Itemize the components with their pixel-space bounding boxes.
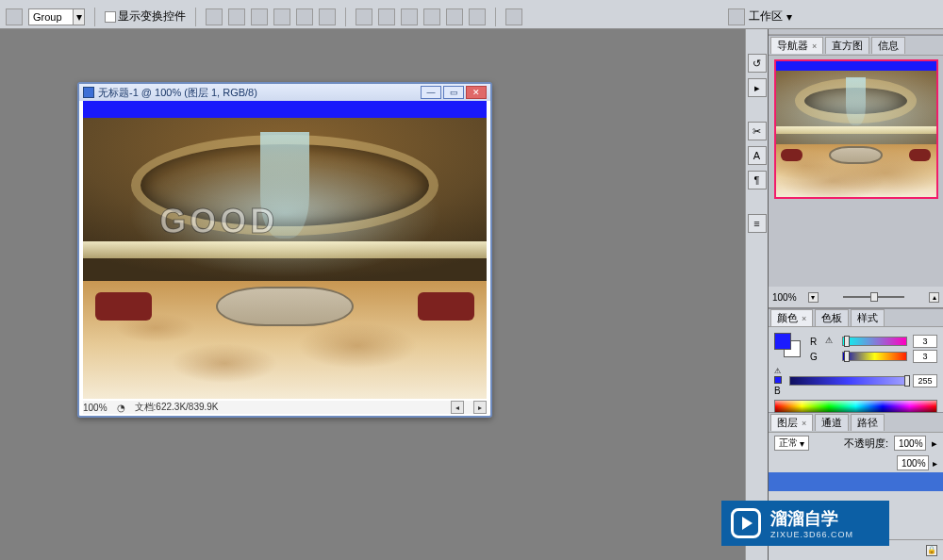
navigator-thumbnail[interactable] [774,59,938,199]
navigator-panel: 导航器 × 直方图 信息 [769,35,943,308]
tab-label: 导航器 [777,39,808,53]
g-slider[interactable] [842,352,907,361]
fill-input[interactable]: 100% [897,455,929,470]
document-titlebar[interactable]: 无标题-1 @ 100% (图层 1, RGB/8) — ▭ ✕ [79,84,490,101]
actions-icon[interactable]: ▸ [748,78,767,97]
lock-icon[interactable]: 🔒 [926,545,937,556]
scroll-left-icon[interactable]: ◂ [451,401,464,414]
tab-channels[interactable]: 通道 [815,414,849,431]
tab-histogram[interactable]: 直方图 [825,37,869,54]
zoom-readout[interactable]: 100% [83,403,108,413]
close-button[interactable]: ✕ [466,86,487,99]
spectrum-ramp[interactable] [774,400,937,413]
tab-layers[interactable]: 图层 × [770,414,813,431]
dist-bot-icon[interactable] [469,8,486,25]
tab-label: 路径 [857,416,878,430]
warn-icon: ⚠ [825,336,836,347]
tab-label: 样式 [857,311,878,325]
dist-top-icon[interactable] [423,8,440,25]
separator [195,8,196,26]
tab-label: 通道 [821,416,842,430]
document-title: 无标题-1 @ 100% (图层 1, RGB/8) [98,86,257,100]
tab-info[interactable]: 信息 [871,37,905,54]
layers-tabs: 图层 × 通道 路径 [769,412,943,433]
dist-hcenter-icon[interactable] [378,8,395,25]
navigator-footer: 100% ▾ ▴ [769,287,943,307]
zoom-slider[interactable] [830,291,918,303]
window-icon [83,87,94,98]
blend-mode-value: 正常 [779,436,798,450]
zoom-out-icon[interactable]: ▾ [808,292,819,303]
close-icon[interactable]: × [802,419,806,428]
align-right-icon[interactable] [251,8,268,25]
g-label: G [810,352,819,362]
tab-color[interactable]: 颜色 × [770,309,813,326]
workspace-label: 工作区 [749,8,783,25]
separator [94,8,95,26]
chevron-right-icon[interactable]: ▸ [932,437,937,450]
options-bar: Group ▾ 显示变换控件 工作区 ▾ [0,5,943,29]
opacity-value: 100% [899,438,923,449]
zoom-in-icon[interactable]: ▴ [929,292,939,303]
align-center-icon[interactable] [228,8,245,25]
r-slider[interactable] [842,337,907,346]
layer-controls: 正常 ▾ 不透明度: 100% ▸ [769,433,943,453]
canvas-area: 无标题-1 @ 100% (图层 1, RGB/8) — ▭ ✕ [0,29,745,560]
fg-bg-swatches[interactable] [774,333,801,357]
opacity-label: 不透明度: [844,436,888,451]
b-label: ⚠ B [774,365,784,396]
tab-navigator[interactable]: 导航器 × [770,37,823,54]
opacity-input[interactable]: 100% [894,436,926,451]
chevron-right-icon[interactable]: ▸ [933,458,937,469]
show-transform-checkbox[interactable]: 显示变换控件 [105,8,186,25]
dist-vcenter-icon[interactable] [446,8,463,25]
foreground-swatch[interactable] [774,333,791,350]
tab-label: 图层 [777,416,798,430]
character-icon[interactable]: A [748,146,767,165]
tab-label: 信息 [878,39,899,53]
chevron-down-icon[interactable]: ▾ [786,10,792,24]
dist-right-icon[interactable] [401,8,418,25]
align-mid-icon[interactable] [296,8,313,25]
autoselect-dropdown[interactable]: Group [28,8,74,25]
blend-mode-select[interactable]: 正常 ▾ [774,436,809,451]
align-top-icon[interactable] [273,8,290,25]
paragraph-icon[interactable]: ¶ [748,171,767,189]
b-value[interactable]: 255 [913,374,937,387]
maximize-button[interactable]: ▭ [443,86,464,99]
auto-align-icon[interactable] [505,8,522,25]
slider-handle[interactable] [870,292,878,302]
align-left-icon[interactable] [206,8,223,25]
selected-layer-row[interactable] [769,472,943,491]
close-icon[interactable]: × [802,314,806,323]
b-slider[interactable] [789,376,907,386]
info-icon[interactable]: ◔ [117,403,125,413]
marquee-selection-text: GOOD [159,202,278,241]
separator [345,8,346,26]
chevron-down-icon[interactable]: ▾ [74,8,85,25]
tool-presets-icon[interactable]: ✂ [748,122,767,140]
tab-paths[interactable]: 路径 [851,414,885,431]
scroll-right-icon[interactable]: ▸ [473,401,487,414]
align-bot-icon[interactable] [319,8,336,25]
tab-swatches[interactable]: 色板 [815,309,849,326]
dist-left-icon[interactable] [356,8,372,25]
image-content[interactable]: GOOD [83,118,487,399]
navigator-zoom-readout[interactable]: 100% [772,292,797,303]
tab-styles[interactable]: 样式 [851,309,885,326]
g-value[interactable]: 3 [913,350,937,363]
color-panel: 颜色 × 色板 样式 R ⚠ 3 [769,308,943,412]
chevron-down-icon: ▾ [800,438,804,449]
tab-label: 颜色 [777,311,798,325]
show-transform-label: 显示变换控件 [118,8,186,25]
history-icon[interactable]: ↺ [748,54,767,73]
document-window[interactable]: 无标题-1 @ 100% (图层 1, RGB/8) — ▭ ✕ [77,82,492,418]
workspace-icon[interactable] [728,8,745,25]
brush-icon[interactable]: ≡ [748,214,767,233]
minimize-button[interactable]: — [421,86,441,99]
layer-lock-row: 100% ▸ [769,453,943,472]
separator [495,8,496,26]
tool-preset-icon[interactable] [6,8,23,25]
close-icon[interactable]: × [812,41,817,51]
r-value[interactable]: 3 [913,335,937,348]
